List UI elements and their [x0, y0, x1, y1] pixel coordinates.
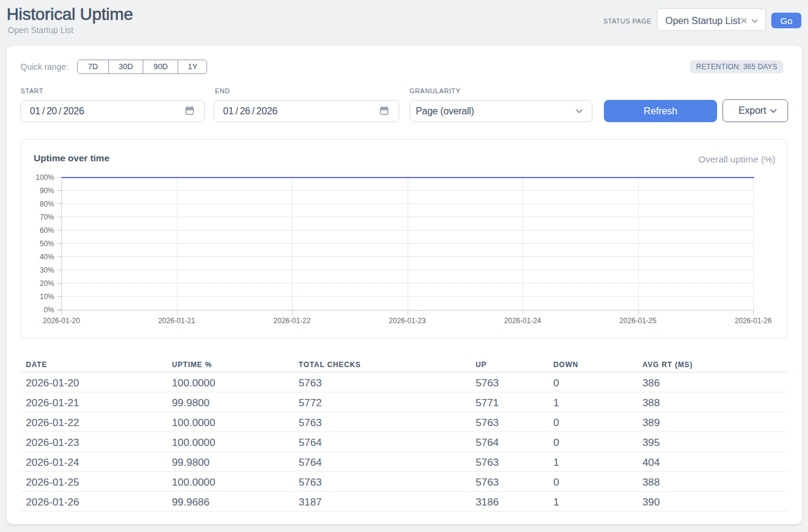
svg-text:50%: 50% — [40, 240, 54, 248]
svg-text:2026-01-21: 2026-01-21 — [158, 317, 196, 325]
svg-text:2026-01-26: 2026-01-26 — [735, 317, 772, 325]
svg-text:10%: 10% — [40, 292, 54, 301]
svg-text:90%: 90% — [40, 187, 54, 195]
svg-text:70%: 70% — [40, 213, 54, 221]
svg-text:100%: 100% — [36, 173, 54, 182]
svg-text:2026-01-22: 2026-01-22 — [273, 317, 311, 325]
svg-text:60%: 60% — [40, 226, 54, 235]
svg-text:2026-01-25: 2026-01-25 — [620, 317, 657, 325]
svg-text:30%: 30% — [40, 266, 54, 274]
svg-text:0%: 0% — [44, 306, 55, 314]
svg-text:2026-01-23: 2026-01-23 — [389, 317, 426, 325]
svg-text:20%: 20% — [40, 279, 54, 288]
svg-text:2026-01-24: 2026-01-24 — [504, 317, 541, 325]
svg-text:2026-01-20: 2026-01-20 — [43, 317, 80, 325]
svg-text:40%: 40% — [40, 253, 54, 261]
svg-text:80%: 80% — [40, 200, 54, 208]
